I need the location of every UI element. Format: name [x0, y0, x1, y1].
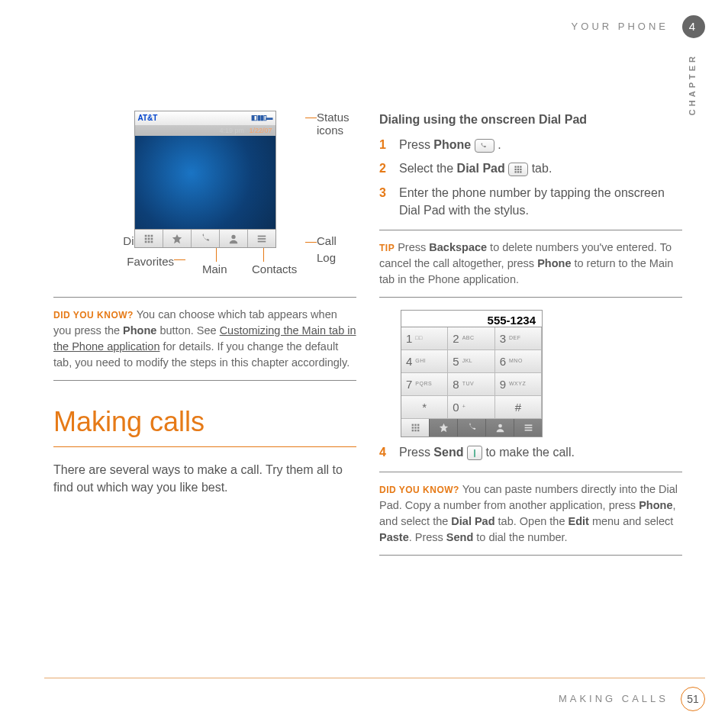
svg-rect-3	[144, 237, 147, 240]
step-3: Enter the phone number by tapping the on…	[379, 184, 682, 219]
dial-key-3: 3DEF	[495, 327, 542, 350]
svg-rect-2	[150, 234, 153, 237]
dial-pad-screenshot: 555-1234 1□□2ABC3DEF4GHI5JKL6MNO7PQRS8TU…	[401, 310, 543, 437]
svg-rect-27	[417, 427, 418, 428]
dial-key-*: *	[401, 396, 448, 419]
svg-rect-26	[414, 427, 416, 428]
dial-key-#: #	[495, 396, 542, 419]
section-heading: Making calls	[53, 402, 356, 447]
svg-rect-1	[147, 234, 150, 237]
toolbar-favorites-icon	[430, 419, 458, 436]
status-bar-icons: ◧▮▮▯▬	[251, 113, 272, 123]
chapter-number-badge: 4	[682, 15, 705, 38]
dyk2-lead: DID YOU KNOW?	[379, 485, 459, 495]
svg-rect-30	[417, 430, 418, 431]
svg-rect-35	[474, 449, 475, 457]
dial-key-5: 5JKL	[448, 350, 494, 373]
dial-pad-display: 555-1234	[401, 311, 542, 327]
status-date: 1/22/07	[249, 127, 272, 134]
svg-rect-0	[144, 234, 147, 237]
annotation-main: Main	[202, 261, 227, 278]
svg-rect-22	[411, 424, 413, 426]
svg-rect-8	[150, 240, 153, 243]
dyk-lead: DID YOU KNOW?	[53, 310, 134, 321]
phone-screenshot: AT&T ◧▮▮▯▬ 4:19 pm 1/22/07	[134, 111, 276, 248]
dial-pad-toolbar	[401, 419, 542, 436]
svg-rect-21	[520, 171, 521, 172]
svg-rect-32	[524, 424, 532, 426]
svg-rect-7	[147, 240, 150, 243]
toolbar-contacts-icon	[486, 419, 514, 436]
section-intro: There are several ways to make a call. T…	[53, 461, 356, 496]
svg-rect-6	[144, 240, 147, 243]
subsection-heading: Dialing using the onscreen Dial Pad	[379, 111, 682, 128]
did-you-know-box-1: DID YOU KNOW? You can choose which tab a…	[53, 297, 356, 381]
dial-key-7: 7PQRS	[401, 373, 448, 396]
svg-rect-18	[520, 169, 521, 170]
svg-rect-25	[411, 427, 413, 428]
svg-point-9	[231, 234, 235, 238]
tip-box: TIP Press Backspace to delete numbers yo…	[379, 230, 682, 298]
svg-rect-4	[147, 237, 150, 240]
svg-rect-10	[257, 235, 266, 237]
svg-rect-11	[257, 238, 266, 240]
tab-dial-pad	[135, 230, 163, 247]
dial-key-6: 6MNO	[495, 350, 542, 373]
dial-key-8: 8TUV	[448, 373, 494, 396]
dial-key-0: 0+	[448, 396, 494, 419]
svg-rect-29	[414, 430, 416, 431]
svg-rect-20	[517, 171, 519, 172]
svg-rect-12	[257, 240, 266, 242]
toolbar-phone-icon	[458, 419, 486, 436]
svg-rect-34	[524, 430, 532, 431]
toolbar-dial-pad-icon	[401, 419, 430, 436]
svg-rect-14	[517, 166, 519, 168]
dial-key-4: 4GHI	[401, 350, 448, 373]
svg-rect-5	[150, 237, 153, 240]
svg-rect-23	[414, 424, 416, 426]
svg-rect-33	[524, 427, 532, 429]
svg-rect-13	[515, 166, 517, 168]
svg-rect-19	[515, 171, 517, 172]
dial-key-1: 1□□	[401, 327, 448, 350]
footer-section-name: MAKING CALLS	[559, 692, 668, 707]
did-you-know-box-2: DID YOU KNOW? You can paste numbers dire…	[379, 472, 682, 556]
send-button-icon	[467, 446, 482, 460]
tab-contacts	[220, 230, 248, 247]
tab-main	[192, 230, 220, 247]
toolbar-call-log-icon	[514, 419, 542, 436]
carrier-label: AT&T	[138, 113, 158, 124]
svg-rect-28	[411, 430, 413, 431]
tab-call-log	[248, 230, 275, 247]
annotation-contacts: Contacts	[252, 261, 297, 278]
phone-wallpaper	[135, 136, 275, 229]
tab-favorites	[163, 230, 192, 247]
svg-rect-16	[515, 169, 517, 170]
phone-tab-bar	[135, 229, 275, 247]
step-2: Select the Dial Pad tab.	[379, 159, 682, 177]
chapter-vertical-label: CHAPTER	[687, 53, 699, 115]
dial-pad-tab-icon	[508, 163, 528, 176]
svg-rect-24	[417, 424, 418, 426]
phone-button-icon	[475, 139, 494, 153]
dial-key-9: 9WXYZ	[495, 373, 542, 396]
svg-point-31	[498, 424, 502, 428]
footer-rule	[44, 678, 705, 678]
tip-lead: TIP	[379, 243, 395, 253]
step-4: Press Send to make the call.	[379, 443, 682, 461]
status-time: 4:19 pm	[219, 127, 244, 134]
step-1: Press Phone .	[379, 136, 682, 153]
dial-key-2: 2ABC	[448, 327, 494, 350]
svg-rect-17	[517, 169, 519, 170]
svg-rect-15	[520, 166, 521, 168]
annotation-favorites: Favorites	[109, 253, 174, 270]
page-number: 51	[681, 687, 705, 711]
